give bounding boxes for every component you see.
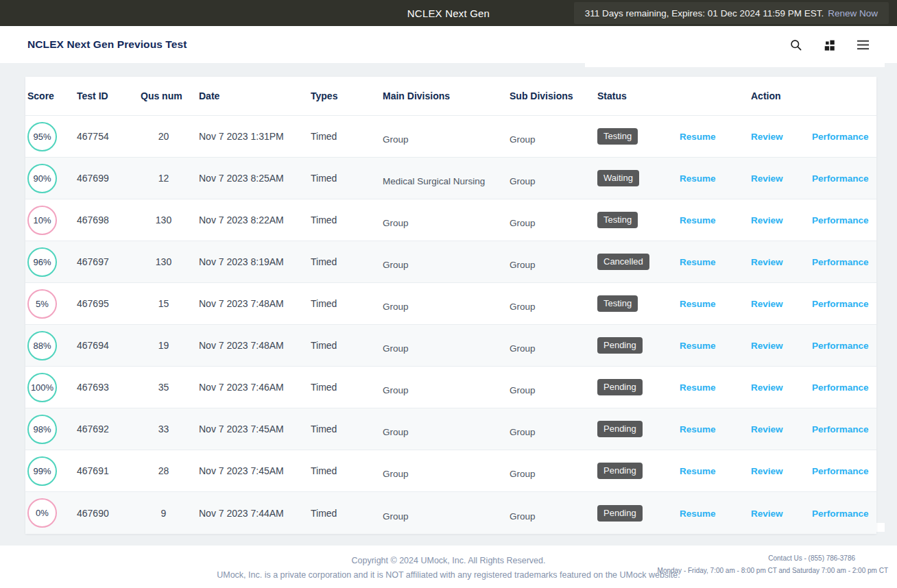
performance-link[interactable]: Performance <box>812 424 869 434</box>
review-link[interactable]: Review <box>751 424 783 434</box>
resume-link[interactable]: Resume <box>680 466 716 476</box>
col-qus-num: Qus num <box>141 90 199 101</box>
status-badge: Pending <box>597 463 643 479</box>
performance-cell: Performance <box>812 173 876 184</box>
type-cell: Timed <box>311 256 383 267</box>
resume-link[interactable]: Resume <box>680 173 716 184</box>
performance-link[interactable]: Performance <box>812 299 869 309</box>
col-test-id: Test ID <box>77 90 141 101</box>
score-cell: 98% <box>27 415 77 444</box>
sub-division-cell: Group <box>510 170 597 186</box>
status-badge: Testing <box>597 295 638 312</box>
date-cell: Nov 7 2023 8:22AM <box>199 215 311 225</box>
hours-text: Monday - Friday, 7:00 am - 8:00 pm CT an… <box>658 565 888 577</box>
table-row: 88%46769419Nov 7 2023 7:48AMTimedGroupGr… <box>25 325 876 367</box>
review-cell: Review <box>751 298 812 309</box>
date-cell: Nov 7 2023 8:25AM <box>199 173 311 184</box>
qus-num-cell: 28 <box>141 465 199 476</box>
col-score: Score <box>27 90 77 101</box>
status-cell: Pending <box>597 337 680 354</box>
date-cell: Nov 7 2023 8:19AM <box>199 256 311 267</box>
performance-link[interactable]: Performance <box>812 466 869 476</box>
review-cell: Review <box>751 382 812 393</box>
status-cell: Pending <box>597 421 680 437</box>
col-date: Date <box>199 90 311 101</box>
col-action: Action <box>751 90 812 101</box>
qus-num-cell: 12 <box>141 173 199 184</box>
status-cell: Pending <box>597 505 680 522</box>
date-cell: Nov 7 2023 7:46AM <box>199 382 311 393</box>
score-badge: 5% <box>27 289 57 319</box>
test-id-cell: 467695 <box>77 298 141 309</box>
resume-link[interactable]: Resume <box>680 299 716 309</box>
test-id-cell: 467690 <box>77 508 141 519</box>
performance-link[interactable]: Performance <box>812 215 869 225</box>
performance-link[interactable]: Performance <box>812 257 869 267</box>
resume-cell: Resume <box>680 508 751 519</box>
review-link[interactable]: Review <box>751 299 783 309</box>
main-division-cell: Group <box>383 254 510 270</box>
performance-link[interactable]: Performance <box>812 173 869 184</box>
sub-division-cell: Group <box>510 295 597 312</box>
resume-link[interactable]: Resume <box>680 509 716 519</box>
resume-link[interactable]: Resume <box>680 132 716 142</box>
menu-icon[interactable] <box>856 38 870 51</box>
resume-cell: Resume <box>680 298 751 309</box>
type-cell: Timed <box>311 508 383 519</box>
table-row: 100%46769335Nov 7 2023 7:46AMTimedGroupG… <box>25 367 876 408</box>
status-cell: Pending <box>597 463 680 479</box>
app-header: NCLEX Next Gen Previous Test <box>0 26 897 63</box>
resume-link[interactable]: Resume <box>680 257 716 267</box>
review-link[interactable]: Review <box>751 466 783 476</box>
score-cell: 96% <box>27 247 77 277</box>
main-division-cell: Medical Surgical Nursing <box>383 170 510 186</box>
col-sub-divisions: Sub Divisions <box>510 90 597 101</box>
sub-division-cell: Group <box>510 463 597 479</box>
qus-num-cell: 35 <box>141 382 199 393</box>
review-cell: Review <box>751 131 812 142</box>
performance-link[interactable]: Performance <box>812 509 869 519</box>
search-icon[interactable] <box>789 38 802 51</box>
qus-num-cell: 19 <box>141 340 199 351</box>
score-cell: 10% <box>27 206 77 235</box>
review-link[interactable]: Review <box>751 132 783 142</box>
review-link[interactable]: Review <box>751 382 783 393</box>
resume-link[interactable]: Resume <box>680 215 716 225</box>
grid-icon[interactable] <box>822 38 836 51</box>
test-id-cell: 467694 <box>77 340 141 351</box>
col-types: Types <box>311 90 383 101</box>
renew-now-link[interactable]: Renew Now <box>828 8 878 19</box>
test-id-cell: 467693 <box>77 382 141 393</box>
review-link[interactable]: Review <box>751 173 783 184</box>
resume-link[interactable]: Resume <box>680 424 716 434</box>
resume-link[interactable]: Resume <box>680 382 716 393</box>
review-link[interactable]: Review <box>751 215 783 225</box>
qus-num-cell: 130 <box>141 256 199 267</box>
performance-link[interactable]: Performance <box>812 132 869 142</box>
test-id-cell: 467691 <box>77 465 141 476</box>
score-cell: 5% <box>27 289 77 319</box>
table-row: 95%46775420Nov 7 2023 1:31PMTimedGroupGr… <box>25 116 876 158</box>
table-row: 0%4676909Nov 7 2023 7:44AMTimedGroupGrou… <box>25 492 876 534</box>
type-cell: Timed <box>311 424 383 434</box>
resume-cell: Resume <box>680 465 751 476</box>
performance-link[interactable]: Performance <box>812 382 869 393</box>
qus-num-cell: 33 <box>141 424 199 434</box>
performance-link[interactable]: Performance <box>812 341 869 351</box>
performance-cell: Performance <box>812 298 876 309</box>
table-row: 96%467697130Nov 7 2023 8:19AMTimedGroupG… <box>25 241 876 283</box>
review-link[interactable]: Review <box>751 341 783 351</box>
type-cell: Timed <box>311 465 383 476</box>
table-row: 5%46769515Nov 7 2023 7:48AMTimedGroupGro… <box>25 283 876 325</box>
table-body: 95%46775420Nov 7 2023 1:31PMTimedGroupGr… <box>25 116 876 534</box>
review-link[interactable]: Review <box>751 509 783 519</box>
review-cell: Review <box>751 215 812 225</box>
resume-link[interactable]: Resume <box>680 341 716 351</box>
date-cell: Nov 7 2023 7:45AM <box>199 424 311 434</box>
review-link[interactable]: Review <box>751 257 783 267</box>
status-cell: Cancelled <box>597 254 680 270</box>
score-cell: 99% <box>27 456 77 486</box>
test-id-cell: 467754 <box>77 131 141 142</box>
status-badge: Testing <box>597 212 638 228</box>
table-header-row: Score Test ID Qus num Date Types Main Di… <box>25 77 876 116</box>
